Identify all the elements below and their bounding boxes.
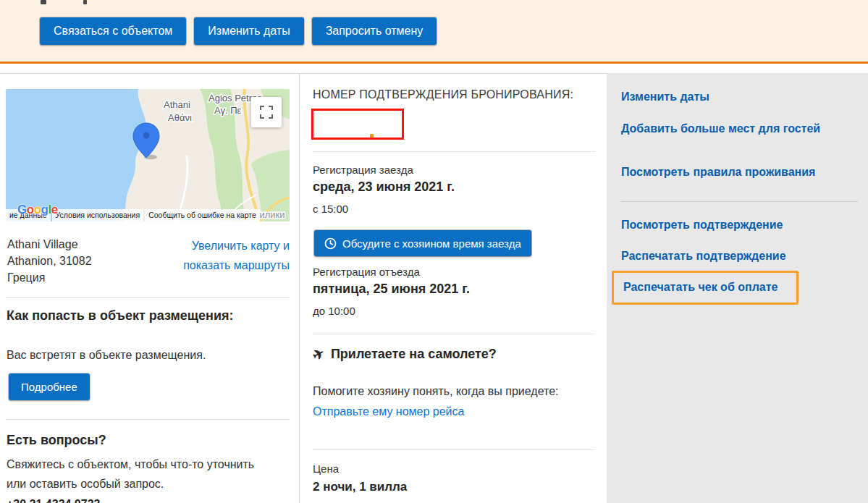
- checkout-time: до 10:00: [313, 305, 355, 317]
- flight-heading-text: Прилетаете на самолете?: [331, 347, 497, 362]
- checkin-label: Регистрация заезда: [313, 164, 413, 176]
- cut-off-text-fragment: [83, 0, 87, 4]
- checkout-date: пятница, 25 июня 2021 г.: [313, 282, 470, 297]
- sidebar-house-rules-link[interactable]: Посмотреть правила проживания: [621, 166, 815, 179]
- request-cancellation-button[interactable]: Запросить отмену: [312, 17, 437, 45]
- change-dates-button[interactable]: Изменить даты: [194, 17, 303, 45]
- questions-text: Свяжитесь с объектом, чтобы что-то уточн…: [7, 455, 254, 494]
- discuss-checkin-time-button[interactable]: Обсудите с хозяином время заезда: [314, 230, 531, 256]
- enlarge-map-link-line2: показать маршруты: [183, 255, 290, 275]
- sidebar-add-guests-link[interactable]: Добавить больше мест для гостей: [621, 122, 820, 135]
- actions-sidebar: Изменить даты Добавить больше мест для г…: [607, 73, 868, 503]
- booking-confirmation-page: Связаться с объектом Изменить даты Запро…: [0, 0, 868, 503]
- price-label: Цена: [313, 462, 339, 475]
- checkin-time: с 15:00: [313, 203, 348, 215]
- redaction-dot: [370, 134, 374, 138]
- divider: [313, 334, 595, 334]
- sidebar-change-dates-link[interactable]: Изменить даты: [621, 90, 709, 103]
- airplane-icon: ✈: [310, 345, 328, 365]
- divider: [6, 419, 290, 420]
- terms-of-use-link[interactable]: Условия использования: [52, 209, 144, 221]
- clock-icon: [324, 237, 337, 250]
- cut-off-text-fragment: [41, 0, 46, 4]
- fullscreen-icon: [260, 106, 273, 119]
- sidebar-print-confirmation-link[interactable]: Распечатать подтверждение: [621, 250, 786, 263]
- divider: [313, 151, 595, 152]
- highlight-box: Распечатать чек об оплате: [612, 271, 799, 305]
- address-line3: Греция: [7, 269, 92, 286]
- map-canvas: Athani Αθάνι Agios Petros Αγ. Πε Василик…: [6, 89, 290, 221]
- questions-text-line1: Свяжитесь с объектом, чтобы что-то уточн…: [7, 455, 254, 474]
- sidebar-divider: [621, 201, 858, 202]
- address-line2: Athanion, 31082: [7, 253, 92, 269]
- map-sea: [6, 89, 146, 221]
- how-to-get-heading: Как попасть в объект размещения:: [7, 308, 233, 324]
- property-phone-number: +30 21 4334 0733: [7, 498, 100, 503]
- map-label-agios-gr: Αγ. Πε: [214, 105, 242, 116]
- map[interactable]: Athani Αθάνι Agios Petros Αγ. Πε Василик…: [6, 89, 290, 221]
- sidebar-print-receipt-link[interactable]: Распечатать чек об оплате: [623, 281, 778, 294]
- confirmation-number-label: НОМЕР ПОДТВЕРЖДЕНИЯ БРОНИРОВАНИЯ:: [313, 88, 573, 101]
- checkout-label: Регистрация отъезда: [313, 266, 420, 278]
- contact-property-button[interactable]: Связаться с объектом: [40, 17, 186, 45]
- send-flight-number-link[interactable]: Отправьте ему номер рейса: [313, 405, 464, 418]
- flight-help-text: Помогите хозяину понять, когда вы приеде…: [313, 385, 559, 398]
- booking-details-panel: НОМЕР ПОДТВЕРЖДЕНИЯ БРОНИРОВАНИЯ: Регист…: [300, 73, 607, 503]
- flight-heading: ✈ Прилетаете на самолете?: [313, 346, 497, 363]
- how-to-get-text: Вас встретят в объекте размещения.: [7, 349, 206, 362]
- questions-heading: Есть вопросы?: [7, 433, 106, 448]
- location-panel: Athani Αθάνι Agios Petros Αγ. Πε Василик…: [0, 73, 300, 503]
- property-address: Athani Village Athanion, 31082 Греция: [7, 236, 92, 286]
- top-action-bar: Связаться с объектом Изменить даты Запро…: [0, 0, 868, 64]
- map-label-athani-en: Athani: [164, 99, 190, 110]
- map-label-athani-gr: Αθάνι: [168, 112, 192, 123]
- divider: [313, 449, 595, 450]
- enlarge-map-link[interactable]: Увеличить карту и показать маршруты: [183, 236, 290, 286]
- price-value: 2 ночи, 1 вилла: [313, 480, 407, 494]
- details-button[interactable]: Подробнее: [9, 373, 90, 400]
- enlarge-map-link-line1: Увеличить карту и: [183, 236, 290, 255]
- address-line1: Athani Village: [7, 236, 92, 253]
- checkin-date: среда, 23 июня 2021 г.: [313, 179, 455, 195]
- questions-text-line2: или оставить особый запрос.: [7, 474, 254, 494]
- discuss-checkin-time-label: Обсудите с хозяином время заезда: [342, 237, 521, 250]
- redacted-confirmation-number-box: [311, 109, 404, 140]
- report-map-error-link[interactable]: Сообщить об ошибке на карте: [145, 209, 260, 221]
- fullscreen-button[interactable]: [251, 97, 282, 127]
- sidebar-view-confirmation-link[interactable]: Посмотреть подтверждение: [621, 219, 783, 232]
- top-buttons-group: Связаться с объектом Изменить даты Запро…: [40, 17, 437, 45]
- divider: [6, 297, 290, 298]
- google-logo[interactable]: Google: [17, 203, 58, 217]
- address-row: Athani Village Athanion, 31082 Греция Ув…: [7, 236, 290, 286]
